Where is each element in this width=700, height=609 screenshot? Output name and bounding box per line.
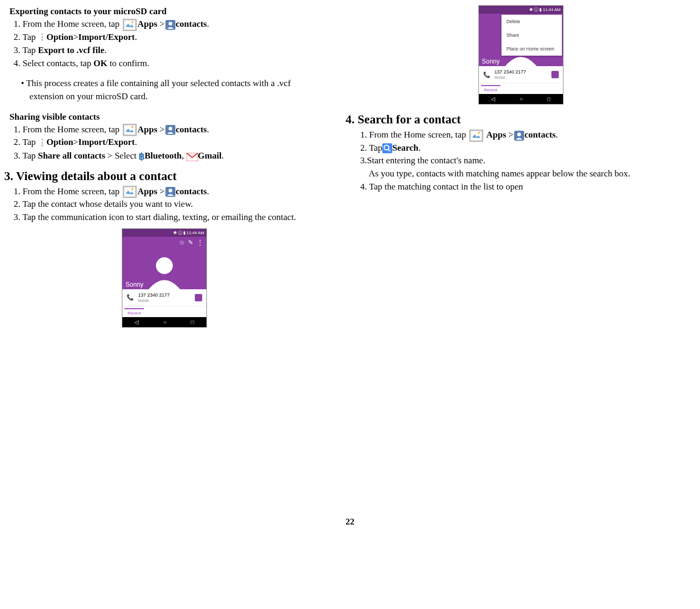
phone-context-menu: Delete Share Place on Home screen [502,15,562,56]
svg-point-9 [169,189,172,193]
apps-label: Apps [138,124,158,134]
bluetooth-label: Bluetooth [144,151,182,161]
export-step-1: 1. From the Home screen, tap Apps >conta… [14,18,325,31]
option-icon: ⋮ [38,136,44,150]
search-step-3b: As you type, contacts with matching name… [369,167,696,181]
export-heading: Exporting contacts to your microSD card [9,6,325,17]
text: > Select [105,151,139,161]
svg-point-4 [131,126,133,128]
svg-point-2 [169,22,172,25]
export-step-3: 3. Tap Export to .vcf file. [14,44,325,57]
phone-call-icon: 📞 [127,294,134,301]
share-step-1: 1. From the Home screen, tap Apps >conta… [14,123,325,136]
section-3-title: 3. Viewing details about a contact [4,170,325,183]
svg-point-8 [131,188,133,190]
phone-call-icon: 📞 [483,71,490,78]
phone-contact-header: ☆ ✎ ⋮ Sonny [122,237,206,289]
ok-label: OK [93,58,107,68]
export-step-2: 2. Tap ⋮ Option>Import/Export. [14,31,325,44]
svg-point-13 [478,132,480,134]
status-time: 11:44 AM [186,230,204,235]
phone-recent-tab: Recent [481,85,500,94]
export-bullet: • This process creates a file containing… [21,77,325,103]
phone-number: 137 2340 2177 [495,69,526,75]
import-export-label: Import/Export [78,137,135,147]
contacts-label: contacts [176,186,207,196]
bluetooth-icon: ฿ [139,151,144,162]
text: , [182,151,186,161]
nav-recent-icon: □ [547,96,550,102]
nav-home-icon: ○ [519,96,523,102]
text: 2. Tap [360,143,382,153]
status-time: 11:44 AM [543,7,561,12]
phone-nav-bar: ◁ ○ □ [479,94,563,104]
svg-point-14 [517,132,521,136]
svg-rect-12 [471,131,482,141]
contacts-icon [165,187,175,197]
nav-back-icon: ◁ [491,96,495,102]
text: to confirm. [107,58,149,68]
view-step-3: 3. Tap the communication icon to start d… [14,211,325,224]
phone-screenshot-contact-detail: ✱ ⓘ ▮ 11:44 AM ☆ ✎ ⋮ Sonny 📞 137 2340 21… [122,228,207,328]
menu-item-share: Share [502,28,562,42]
phone-number: 137 2340 2177 [138,292,170,298]
apps-icon [469,130,483,142]
menu-item-place-home: Place on Home screen [502,42,562,56]
phone-number-label: Mobile [495,76,506,79]
phone-recent-tab: Recent [124,308,144,317]
phone-number-row: 📞 137 2340 2177 Mobile [479,66,563,83]
text: 1. From the Home screen, tap [14,186,122,196]
text: 3. Tap [14,45,38,55]
text: 1. From the Home screen, tap [360,130,468,140]
nav-home-icon: ○ [163,319,166,325]
share-all-label: Share all contacts [38,151,105,161]
svg-line-16 [388,149,390,151]
svg-point-5 [169,127,172,131]
export-vcf-label: Export to .vcf file [38,45,105,55]
text: 2. Tap [14,137,38,147]
text: > [158,124,165,134]
option-label: Option [46,137,73,147]
apps-label: Apps [138,186,158,196]
contacts-label: contacts [176,124,207,134]
text: > [73,32,78,42]
import-export-label: Import/Export [78,32,135,42]
share-step-2: 2. Tap ⋮ Option>Import/Export. [14,136,325,149]
apps-icon [123,186,137,198]
apps-label: Apps [138,19,158,29]
contacts-icon [514,131,524,141]
svg-rect-7 [124,187,135,197]
contacts-label: contacts [176,19,207,29]
search-step-2: 2. TapSearch. [360,142,696,155]
apps-label: Apps [486,130,506,140]
phone-contact-name: Sonny [126,281,143,288]
apps-icon [123,124,137,136]
contacts-icon [165,125,175,135]
gmail-label: Gmail [198,151,222,161]
svg-point-1 [131,21,133,23]
phone-nav-bar: ◁ ○ □ [122,317,206,327]
nav-back-icon: ◁ [134,319,139,325]
text: 1. From the Home screen, tap [14,19,122,29]
phone-status-bar: ✱ ⓘ ▮ 11:44 AM [122,229,206,237]
share-step-3: 3. Tap Share all contacts > Select ฿Blue… [14,150,325,163]
text: > [73,137,78,147]
text: 2. Tap [14,32,38,42]
apps-icon [123,19,137,31]
search-step-1: 1. From the Home screen, tap Apps >conta… [360,129,696,142]
nav-recent-icon: □ [191,319,194,325]
svg-rect-0 [124,20,135,30]
search-label: Search [392,143,419,153]
option-icon: ⋮ [38,31,44,44]
text: 3. Tap [14,151,38,161]
search-step-3: 3.Start entering the contact's name. [360,154,696,167]
svg-rect-3 [124,125,135,135]
phone-number-label: Mobile [138,299,149,302]
gmail-icon [186,152,198,161]
share-heading: Sharing visible contacts [9,112,325,122]
text: > [506,130,514,140]
menu-item-delete: Delete [502,15,562,28]
view-step-1: 1. From the Home screen, tap Apps >conta… [14,185,325,198]
phone-number-row: 📞 137 2340 2177 Mobile [122,289,206,307]
export-step-4: 4. Select contacts, tap OK to confirm. [14,57,325,70]
